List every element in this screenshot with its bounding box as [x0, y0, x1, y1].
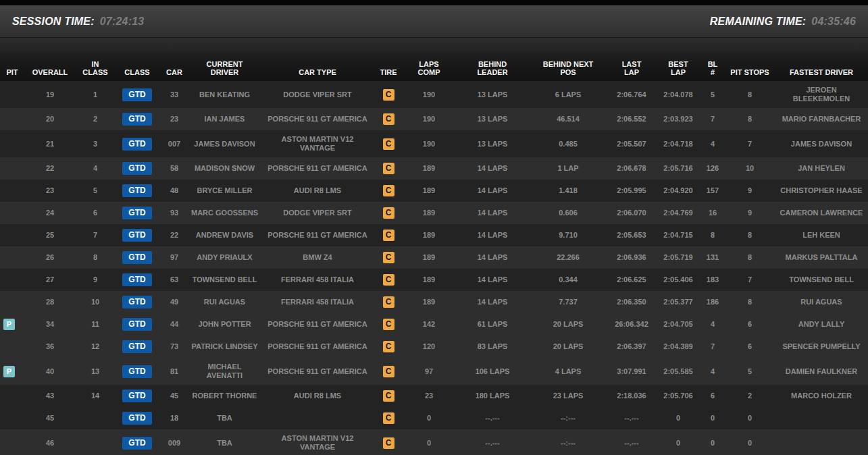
car-cell: 23	[159, 108, 189, 130]
behind_leader-cell: 14 LAPS	[456, 269, 529, 291]
best_lap-cell: 2:05.406	[656, 269, 700, 291]
car_type-text: DODGE VIPER SRT	[283, 209, 351, 217]
car_type-cell: FERRARI 458 ITALIA	[260, 291, 375, 313]
overall-cell: 43	[24, 385, 76, 407]
car_type-cell: ASTON MARTIN V12 VANTAGE	[260, 429, 375, 455]
tire-cell: C	[375, 358, 402, 385]
car_type-cell: AUDI R8 LMS	[260, 180, 375, 202]
behind_leader-cell: 13 LAPS	[456, 81, 529, 108]
behind_next-cell: 22.266	[529, 246, 607, 269]
behind_next-cell: 4 LAPS	[529, 358, 607, 385]
behind_next-cell: 1.418	[529, 180, 607, 202]
pit-cell	[0, 385, 24, 407]
last_lap-cell: 2:06.678	[607, 157, 656, 180]
in_class-cell: 12	[76, 336, 115, 358]
behind_leader-cell: 14 LAPS	[456, 180, 529, 202]
last_lap-cell: 2:06.625	[607, 269, 656, 291]
session-time-value: 07:24:13	[100, 16, 145, 27]
bl_num-cell: 7	[700, 336, 725, 358]
car_type-text: ASTON MARTIN V12 VANTAGE	[266, 434, 369, 452]
driver-text: IAN JAMES	[205, 115, 245, 124]
car_type-text: AUDI R8 LMS	[294, 186, 341, 195]
car_type-text: BMW Z4	[303, 253, 332, 262]
driver-cell: IAN JAMES	[189, 108, 260, 130]
class-badge: GTD	[122, 340, 152, 353]
behind_leader-cell: 14 LAPS	[456, 246, 529, 269]
pit-cell: P	[0, 313, 24, 336]
driver-text: ANDREW DAVIS	[196, 231, 253, 240]
best_lap-cell: 0	[656, 407, 700, 429]
pit_stops-cell: 9	[725, 180, 775, 202]
best_lap-cell: 0	[656, 429, 700, 455]
driver-text: BEN KEATING	[199, 90, 250, 99]
car-cell: 93	[159, 202, 189, 224]
column-header-bl_num: BL #	[700, 38, 725, 81]
car_type-text: PORSCHE 911 GT AMERICA	[267, 320, 367, 329]
last_lap-cell: 2:05.507	[607, 130, 656, 157]
pit-cell	[0, 269, 24, 291]
in_class-cell	[76, 407, 115, 429]
driver-cell: BEN KEATING	[189, 81, 260, 108]
cls-cell: GTD	[115, 336, 159, 358]
column-header-car_type: CAR TYPE	[260, 38, 375, 81]
best_lap-cell: 2:05.585	[656, 358, 700, 385]
behind_next-cell: 0.344	[529, 269, 607, 291]
column-header-tire: TIRE	[375, 38, 402, 81]
bl_num-cell: 7	[700, 108, 725, 130]
table-row: 246GTD93MARC GOOSSENSDODGE VIPER SRTC189…	[0, 202, 868, 224]
table-row: 268GTD97ANDY PRIAULXBMW Z4C18914 LAPS22.…	[0, 246, 868, 269]
behind_next-cell: 20 LAPS	[529, 336, 607, 358]
table-row: 235GTD48BRYCE MILLERAUDI R8 LMSC18914 LA…	[0, 180, 868, 202]
fastest-cell: DAMIEN FAULKNER	[775, 358, 868, 385]
driver-text: TOWNSEND BELL	[193, 275, 257, 284]
best_lap-cell: 2:04.705	[656, 313, 700, 336]
tire-badge: C	[383, 274, 394, 286]
bl_num-cell: 4	[700, 130, 725, 157]
last_lap-cell: 2:06.552	[607, 108, 656, 130]
fastest-text: JAMES DAVISON	[791, 140, 852, 149]
column-header-last_lap: LAST LAP	[607, 38, 656, 81]
car-cell: 33	[159, 81, 189, 108]
driver-cell: TBA	[189, 429, 260, 455]
driver-cell: ANDY PRIAULX	[189, 246, 260, 269]
in_class-cell: 4	[76, 157, 115, 180]
pit-cell: P	[0, 358, 24, 385]
behind_leader-cell: 14 LAPS	[456, 291, 529, 313]
laps-cell: 189	[402, 246, 456, 269]
behind_next-cell: 9.710	[529, 224, 607, 246]
car-cell: 97	[159, 246, 189, 269]
car_type-text: FERRARI 458 ITALIA	[281, 275, 354, 284]
laps-cell: 142	[402, 313, 456, 336]
column-header-pit: PIT	[0, 38, 24, 81]
in_class-cell: 5	[76, 180, 115, 202]
driver-text: JAMES DAVISON	[194, 140, 255, 149]
pit_stops-cell: 5	[725, 358, 775, 385]
pit-cell	[0, 407, 24, 429]
fastest-cell: LEH KEEN	[775, 224, 868, 246]
car-cell: 009	[159, 429, 189, 455]
pit-cell	[0, 157, 24, 180]
driver-cell: BRYCE MILLER	[189, 180, 260, 202]
behind_leader-cell: 13 LAPS	[456, 130, 529, 157]
last_lap-cell: 2:06.070	[607, 202, 656, 224]
table-row: P3411GTD44JOHN POTTERPORSCHE 911 GT AMER…	[0, 313, 868, 336]
class-badge: GTD	[122, 412, 152, 425]
tire-cell: C	[375, 429, 402, 455]
column-header-cls: CLASS	[115, 38, 159, 81]
driver-cell: JOHN POTTER	[189, 313, 260, 336]
fastest-cell: ANDY LALLY	[775, 313, 868, 336]
behind_leader-cell: 61 LAPS	[456, 313, 529, 336]
table-row: 46GTD009TBAASTON MARTIN V12 VANTAGEC0--.…	[0, 429, 868, 455]
last_lap-cell: 2:06.397	[607, 336, 656, 358]
in_class-cell: 14	[76, 385, 115, 407]
best_lap-cell: 2:04.769	[656, 202, 700, 224]
pit-cell	[0, 108, 24, 130]
fastest-cell: JAN HEYLEN	[775, 157, 868, 180]
driver-cell: JAMES DAVISON	[189, 130, 260, 157]
overall-cell: 23	[24, 180, 76, 202]
column-header-in_class: IN CLASS	[76, 38, 115, 81]
class-badge: GTD	[122, 296, 152, 309]
overall-cell: 19	[24, 81, 76, 108]
cls-cell: GTD	[115, 180, 159, 202]
bl_num-cell: 6	[700, 385, 725, 407]
